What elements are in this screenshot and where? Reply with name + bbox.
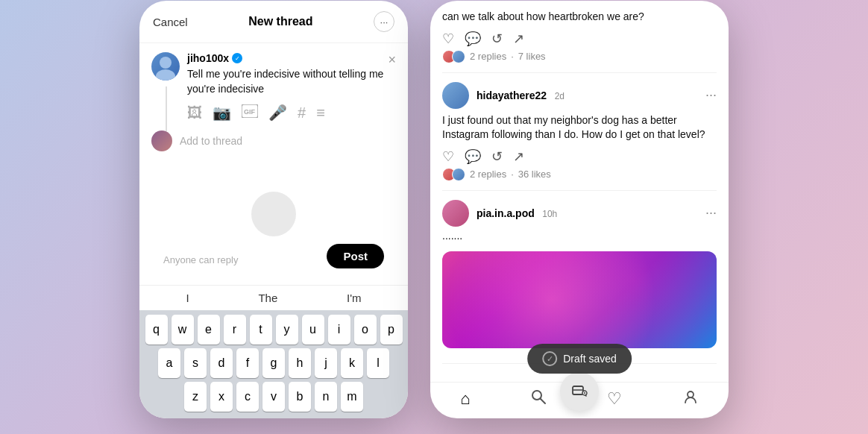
key-e[interactable]: e [198,315,220,345]
dot-separator-2: · [511,169,514,180]
thread-item-3: pia.in.a.pod 10h ··· ······· [442,191,717,365]
thread-user-info-3: pia.in.a.pod 10h [477,207,698,220]
more-icon: ··· [380,16,389,28]
close-button[interactable]: × [388,52,396,68]
repost-icon-2[interactable]: ↺ [491,148,503,165]
key-g[interactable]: g [262,348,285,378]
right-phone: can we talk about how heartbroken we are… [430,1,729,418]
more-options-button[interactable]: ··· [374,11,394,32]
reply-count-2: 2 replies [470,169,506,180]
svg-text:GIF: GIF [244,108,256,116]
key-k[interactable]: k [341,348,363,378]
key-u[interactable]: u [302,315,324,345]
hashtag-icon[interactable]: # [298,104,306,122]
key-p[interactable]: p [380,315,403,345]
key-y[interactable]: y [276,315,298,345]
add-to-thread-placeholder[interactable]: Add to thread [180,135,396,147]
right-phone-wrapper: can we talk about how heartbroken we are… [430,1,729,418]
dot-separator-1: · [511,51,514,62]
thread-text-2: I just found out that my neighbor's dog … [442,113,717,142]
key-b[interactable]: b [289,382,311,412]
thread-item-2: hidayathere22 2d ··· I just found out th… [442,73,717,191]
thread-text-1: can we talk about how heartbroken we are… [442,10,717,25]
home-nav-icon[interactable]: ⌂ [460,389,470,409]
thread-more-2[interactable]: ··· [705,87,717,103]
compose-fab-button[interactable] [560,372,599,411]
like-icon-1[interactable]: ♡ [442,31,454,47]
avatar [151,52,180,81]
key-m[interactable]: m [341,382,363,412]
compose-area: jiho100x ✓ Tell me you're indecisive wit… [139,43,408,285]
key-q[interactable]: q [145,315,168,345]
comment-icon-1[interactable]: 💬 [465,31,481,47]
repost-icon-1[interactable]: ↺ [491,31,503,47]
thread-username-2[interactable]: hidayathere22 [477,89,547,101]
check-icon: ✓ [542,351,557,366]
keyboard-suggestions: I The I'm [139,285,408,310]
key-l[interactable]: l [367,348,389,378]
key-c[interactable]: c [236,382,259,412]
search-nav-icon[interactable] [530,389,547,409]
comment-icon-2[interactable]: 💬 [465,148,481,165]
like-icon-2[interactable]: ♡ [442,148,454,165]
post-image-3 [442,251,717,348]
key-f[interactable]: f [236,348,259,378]
draft-saved-text: Draft saved [563,353,617,365]
compose-spacer: Anyone can reply Post [151,151,396,276]
suggestion-the[interactable]: The [258,292,277,304]
reply-avatar [151,130,172,151]
likes-count-1: 7 likes [518,51,546,62]
verified-badge: ✓ [232,53,242,63]
key-r[interactable]: r [224,315,246,345]
multi-avatar-2 [442,168,465,181]
thread-dots-3: ······· [442,231,717,246]
user-row: jiho100x ✓ Tell me you're indecisive wit… [151,52,396,96]
share-icon-1[interactable]: ↗ [513,31,524,47]
gif-icon[interactable]: GIF [242,104,258,122]
keyboard-row-1: q w e r t y u i o p [142,315,405,345]
username: jiho100x [187,52,229,64]
camera-icon[interactable]: 📷 [213,104,231,122]
new-thread-title: New thread [248,15,312,28]
key-x[interactable]: x [210,382,233,412]
key-i[interactable]: i [328,315,350,345]
mini-avatar-2b [452,168,465,181]
key-z[interactable]: z [184,382,207,412]
key-j[interactable]: j [315,348,337,378]
action-row-1: ♡ 💬 ↺ ↗ [442,31,717,47]
share-icon-2[interactable]: ↗ [513,148,524,165]
suggestion-im[interactable]: I'm [347,292,362,304]
reply-row: Add to thread [151,130,396,151]
post-button[interactable]: Post [327,244,384,268]
mic-icon[interactable]: 🎤 [268,104,287,122]
thread-more-3[interactable]: ··· [705,205,717,221]
new-thread-header: Cancel New thread ··· [139,1,408,43]
feed-scroll: can we talk about how heartbroken we are… [430,1,729,382]
key-s[interactable]: s [184,348,207,378]
thread-item-header-2: hidayathere22 2d ··· [442,82,717,109]
user-content: jiho100x ✓ Tell me you're indecisive wit… [187,52,396,96]
multi-avatar-1 [442,50,465,63]
image-icon[interactable]: 🖼 [187,104,202,122]
toolbar-row: 🖼 📷 GIF 🎤 # ≡ [151,104,396,122]
svg-point-11 [688,391,694,397]
key-v[interactable]: v [262,382,285,412]
menu-icon[interactable]: ≡ [316,104,325,122]
thread-username-3[interactable]: pia.in.a.pod [477,207,535,219]
key-t[interactable]: t [250,315,272,345]
thread-item-header-3: pia.in.a.pod 10h ··· [442,200,717,227]
scroll-indicator [251,192,296,236]
svg-point-0 [160,57,172,69]
cancel-button[interactable]: Cancel [153,16,188,28]
keyboard-row-3: z x c v b n m [142,382,405,412]
heart-nav-icon[interactable]: ♡ [607,389,622,409]
key-a[interactable]: a [158,348,180,378]
key-d[interactable]: d [210,348,233,378]
profile-nav-icon[interactable] [682,389,699,409]
key-o[interactable]: o [354,315,377,345]
thread-item-1: can we talk about how heartbroken we are… [442,1,717,73]
key-h[interactable]: h [289,348,311,378]
suggestion-i[interactable]: I [186,292,189,304]
key-w[interactable]: w [172,315,194,345]
key-n[interactable]: n [315,382,337,412]
